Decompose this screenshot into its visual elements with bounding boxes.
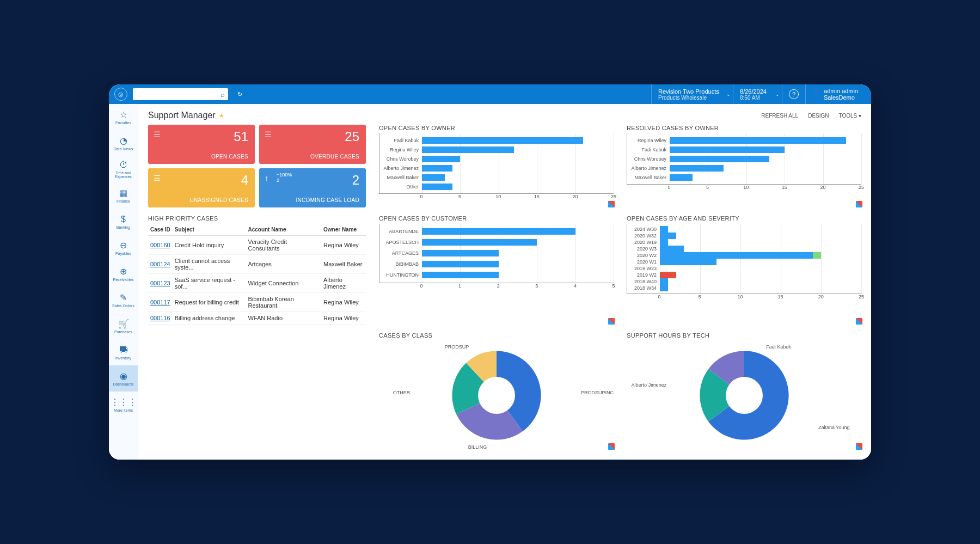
- table-cell: Alberto Jimenez: [321, 274, 366, 293]
- bar-segment[interactable]: [660, 233, 676, 239]
- header-action-design[interactable]: DESIGN: [808, 113, 829, 119]
- high-priority-table-section: HIGH PRIORITY CASES Case IDSubjectAccoun…: [148, 215, 366, 325]
- header-action-tools[interactable]: TOOLS ▾: [839, 113, 862, 119]
- sidebar-item-payables[interactable]: ⊖Payables: [109, 235, 138, 261]
- favorite-star-icon[interactable]: ★: [219, 112, 224, 119]
- table-cell: Artcages: [246, 255, 321, 274]
- kpi-icon: ☰: [265, 130, 272, 139]
- sidebar-item-receivables[interactable]: ⊕Receivables: [109, 261, 138, 287]
- help-button[interactable]: ?: [782, 84, 805, 104]
- date-selector[interactable]: 8/26/2024 8:50 AM ⌄: [733, 84, 782, 104]
- bar-segment[interactable]: [660, 278, 668, 285]
- sidebar-item-inventory[interactable]: ⛟Inventory: [109, 339, 138, 365]
- bar-label: 2020 W3: [627, 246, 660, 252]
- search-input[interactable]: [133, 91, 217, 97]
- bar[interactable]: [422, 165, 452, 172]
- app-frame: ◎ ⌕ ↻ Revision Two Products Products Who…: [109, 84, 871, 460]
- bar[interactable]: [422, 261, 499, 267]
- case-link[interactable]: 000160: [150, 242, 170, 248]
- table-header[interactable]: Account Name: [246, 224, 321, 236]
- kpi-overdue-cases[interactable]: ☰25OVERDUE CASES: [259, 125, 366, 164]
- case-link[interactable]: 000124: [150, 261, 170, 267]
- bar-segment[interactable]: [660, 226, 668, 233]
- sidebar-item-data-views[interactable]: ◔Data Views: [109, 130, 138, 156]
- sidebar-item-banking[interactable]: $Banking: [109, 209, 138, 235]
- bar-label: APOSTELSCH: [379, 240, 422, 245]
- bar-segment[interactable]: [660, 246, 684, 252]
- bar[interactable]: [670, 156, 769, 162]
- kpi-label: OVERDUE CASES: [266, 154, 359, 160]
- user-menu[interactable]: 👤 admin admin SalesDemo: [805, 84, 866, 104]
- bar-segment[interactable]: [660, 259, 716, 265]
- bar-segment[interactable]: [660, 272, 676, 278]
- chart-options-icon[interactable]: [856, 443, 862, 450]
- kpi-open-cases[interactable]: ☰51OPEN CASES: [148, 125, 255, 164]
- kpi-value: 51: [155, 129, 248, 144]
- bar-label: 2019 W2: [627, 272, 660, 278]
- bar-segment[interactable]: [660, 239, 668, 246]
- header-action-refresh[interactable]: REFRESH ALL: [761, 113, 798, 119]
- bar[interactable]: [422, 250, 499, 256]
- search-icon[interactable]: ⌕: [217, 90, 228, 99]
- donut-label: OTHER: [393, 390, 411, 395]
- donut-label: PRODSUP: [445, 344, 469, 350]
- bar[interactable]: [422, 272, 499, 278]
- table-cell: Request for billing credit: [173, 293, 246, 312]
- bar[interactable]: [670, 137, 846, 144]
- kpi-unassigned-cases[interactable]: ☰4UNASSIGNED CASES: [148, 168, 255, 207]
- chart-open-by-customer: OPEN CASES BY CUSTOMER ABARTENDEAPOSTELS…: [379, 215, 614, 325]
- axis-tick: 5: [699, 294, 701, 299]
- bar-segment[interactable]: [660, 252, 813, 259]
- bar[interactable]: [422, 239, 537, 246]
- bar[interactable]: [422, 174, 445, 181]
- axis-tick: 15: [782, 185, 787, 190]
- sidebar-item-finance[interactable]: ▦Finance: [109, 182, 138, 209]
- sidebar-item-favorites[interactable]: ☆Favorites: [109, 104, 138, 130]
- reload-icon: ↻: [237, 91, 242, 98]
- sidebar-label: Banking: [117, 225, 130, 229]
- table-cell: Veracity Credit Consultants: [246, 236, 321, 255]
- bar[interactable]: [422, 156, 460, 162]
- sidebar-item-purchases[interactable]: 🛒Purchases: [109, 313, 138, 339]
- kpi-incoming-case-load[interactable]: ↑+100%22INCOMING CASE LOAD: [259, 168, 366, 207]
- bar[interactable]: [422, 184, 452, 190]
- chart-options-icon[interactable]: [608, 443, 615, 450]
- sidebar-item-sales-orders[interactable]: ✎Sales Orders: [109, 287, 138, 313]
- chart-options-icon[interactable]: [608, 318, 615, 325]
- bar-label: 2018 W34: [627, 285, 660, 291]
- chart-options-icon[interactable]: [856, 201, 862, 207]
- axis-tick: 25: [859, 294, 864, 299]
- table-header[interactable]: Subject: [173, 224, 246, 236]
- table-header[interactable]: Case ID: [148, 224, 173, 236]
- axis-tick: 5: [612, 283, 615, 289]
- sidebar-item-time-and-expenses[interactable]: ⏱Time and Expenses: [109, 156, 138, 182]
- case-link[interactable]: 000123: [150, 280, 170, 286]
- bar[interactable]: [670, 165, 724, 172]
- case-link[interactable]: 000117: [150, 299, 170, 305]
- axis-tick: 10: [737, 294, 743, 299]
- app-logo-icon[interactable]: ◎: [114, 88, 127, 101]
- kpi-icon: ☰: [154, 130, 161, 139]
- bar[interactable]: [422, 146, 514, 153]
- table-header[interactable]: Owner Name: [321, 224, 366, 236]
- case-link[interactable]: 000116: [150, 315, 170, 321]
- bar[interactable]: [670, 146, 785, 153]
- chart-options-icon[interactable]: [608, 201, 615, 207]
- chart-title: CASES BY CLASS: [379, 332, 614, 339]
- bar-segment[interactable]: [813, 252, 821, 259]
- bar-segment[interactable]: [660, 285, 668, 291]
- chart-open-by-owner: OPEN CASES BY OWNER Fadi KabukRegina Wil…: [379, 125, 614, 207]
- chart-title: SUPPORT HOURS BY TECH: [627, 332, 861, 339]
- bar[interactable]: [670, 174, 693, 181]
- current-date: 8/26/2024: [740, 88, 775, 95]
- chart-options-icon[interactable]: [856, 318, 862, 325]
- bar[interactable]: [422, 137, 583, 144]
- reload-button[interactable]: ↻: [232, 87, 247, 101]
- axis-tick: 20: [820, 185, 825, 190]
- table-cell: WFAN Radio: [246, 312, 321, 325]
- company-selector[interactable]: Revision Two Products Products Wholesale…: [651, 84, 733, 104]
- bar[interactable]: [422, 228, 575, 235]
- table-cell: Regina Wiley: [321, 312, 366, 325]
- sidebar-item-dashboards[interactable]: ◉Dashboards: [109, 365, 138, 392]
- sidebar-item-more-items[interactable]: ⋮⋮⋮More Items: [109, 392, 138, 418]
